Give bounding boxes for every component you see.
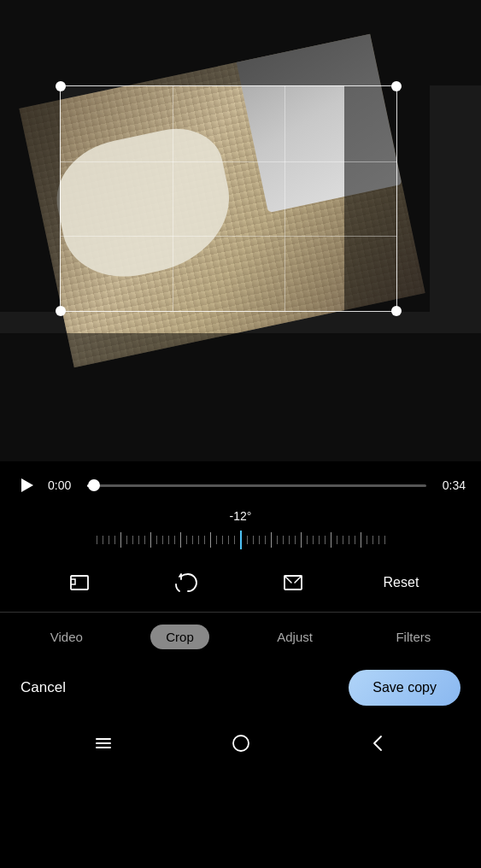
tick: [120, 532, 121, 548]
progress-thumb[interactable]: [88, 479, 100, 491]
tick: [378, 536, 379, 544]
current-time: 0:00: [48, 478, 79, 492]
tick: [204, 536, 205, 544]
rotate-icon: [174, 571, 198, 595]
back-button[interactable]: [365, 730, 392, 757]
reset-button[interactable]: Reset: [384, 575, 419, 590]
tick: [259, 536, 260, 544]
tick: [265, 536, 266, 544]
grid-line-v1: [173, 86, 173, 311]
tick: [103, 536, 103, 544]
tick: [210, 532, 211, 548]
recent-apps-button[interactable]: [90, 730, 117, 757]
tick: [343, 536, 343, 544]
tick: [156, 536, 157, 544]
rotate-button[interactable]: [169, 566, 203, 600]
back-icon: [367, 731, 390, 755]
action-bar: Cancel Save copy: [0, 661, 481, 718]
crop-box[interactable]: [60, 85, 397, 312]
tab-bar: Video Crop Adjust Filters: [0, 613, 481, 661]
grid-line-h1: [61, 161, 396, 162]
tick: [114, 536, 115, 544]
grid-line-h2: [61, 236, 396, 237]
flip-button[interactable]: [276, 566, 310, 600]
tick: [138, 536, 139, 544]
crop-overlay-left: [0, 85, 60, 312]
crop-overlay-bottom: [0, 333, 481, 461]
tick: [331, 532, 331, 548]
tick: [384, 536, 385, 544]
recent-apps-icon: [91, 731, 115, 755]
tick: [216, 536, 217, 544]
tick: [325, 536, 326, 544]
angle-ruler[interactable]: [0, 528, 481, 552]
play-button[interactable]: [15, 473, 39, 497]
angle-value: -12°: [230, 509, 252, 523]
tick: [144, 536, 145, 544]
tick: [132, 536, 133, 544]
crop-handle-bottom-right[interactable]: [391, 306, 402, 316]
aspect-ratio-icon: [67, 571, 91, 595]
svg-rect-0: [71, 576, 88, 589]
tick: [367, 536, 367, 544]
flip-icon: [281, 571, 305, 595]
tick: [247, 536, 248, 544]
svg-rect-2: [96, 738, 111, 740]
svg-rect-3: [96, 742, 111, 744]
tick: [126, 536, 127, 544]
tick: [168, 536, 169, 544]
crop-handle-top-right[interactable]: [391, 81, 402, 91]
tools-row: Reset: [0, 554, 481, 612]
play-icon: [21, 478, 33, 492]
tick: [271, 532, 272, 548]
aspect-ratio-button[interactable]: [62, 566, 97, 600]
crop-overlay-top: [0, 0, 481, 85]
tick: [150, 532, 151, 548]
tick: [361, 532, 361, 548]
crop-handle-top-left[interactable]: [56, 81, 66, 91]
tab-crop[interactable]: Crop: [150, 625, 209, 649]
svg-point-5: [233, 736, 249, 751]
tick: [355, 536, 355, 544]
tick: [97, 536, 97, 544]
angle-area: -12°: [0, 504, 481, 554]
timeline: 0:00 0:34: [0, 461, 481, 504]
tick: [307, 536, 308, 544]
home-icon: [229, 731, 253, 755]
save-copy-button[interactable]: Save copy: [349, 670, 460, 706]
tab-filters[interactable]: Filters: [380, 625, 446, 649]
tick: [253, 536, 254, 544]
svg-rect-4: [96, 747, 111, 748]
tick: [186, 536, 187, 544]
bottom-panel: 0:00 0:34 -12°: [0, 461, 481, 772]
tick: [295, 536, 296, 544]
home-button[interactable]: [227, 730, 255, 757]
cancel-button[interactable]: Cancel: [21, 679, 66, 696]
tick: [337, 536, 337, 544]
progress-track[interactable]: [87, 484, 426, 487]
grid-line-v2: [284, 86, 285, 311]
total-time: 0:34: [435, 478, 466, 492]
center-tick: [240, 531, 242, 549]
crop-handle-bottom-left[interactable]: [56, 306, 66, 316]
tab-adjust[interactable]: Adjust: [261, 625, 328, 649]
tick: [301, 532, 302, 548]
tick: [192, 536, 193, 544]
tick: [198, 536, 199, 544]
tick: [277, 536, 278, 544]
tick: [319, 536, 320, 544]
tick: [372, 536, 373, 544]
ruler-ticks: [0, 531, 481, 549]
tick: [228, 536, 229, 544]
tick: [289, 536, 290, 544]
tick: [313, 536, 314, 544]
tick: [234, 536, 235, 544]
tick: [349, 536, 349, 544]
tick: [222, 536, 223, 544]
image-area: [0, 0, 481, 461]
tick: [180, 532, 181, 548]
tab-video[interactable]: Video: [35, 625, 98, 649]
tick: [283, 536, 284, 544]
nav-bar: [0, 718, 481, 772]
tick: [162, 536, 163, 544]
